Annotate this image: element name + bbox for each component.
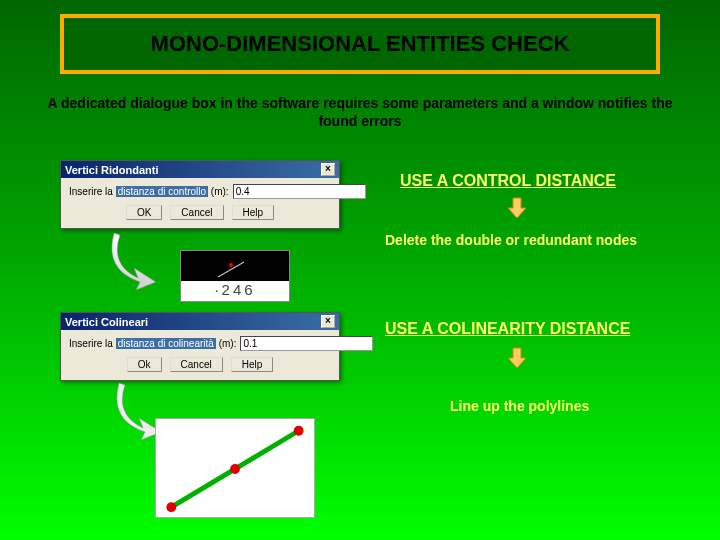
intro-text: A dedicated dialogue box in the software… [40,94,680,130]
map-scale-label: ·246 [181,281,289,301]
svg-point-3 [294,426,304,436]
dialog1-label-suffix: (m): [211,186,229,197]
close-icon[interactable]: × [321,315,335,328]
close-icon[interactable]: × [321,163,335,176]
dialog2-title: Vertici Colineari [65,316,148,328]
help-button[interactable]: Help [231,357,274,372]
dialog-collinear-vertices: Vertici Colineari × Inserire la distanza… [60,312,340,381]
down-arrow-icon [508,346,526,370]
dialog2-titlebar: Vertici Colineari × [61,313,339,330]
slide-title: MONO-DIMENSIONAL ENTITIES CHECK [151,31,570,57]
cancel-button[interactable]: Cancel [170,357,223,372]
dialog2-label-prefix: Inserire la [69,338,113,349]
slide-title-box: MONO-DIMENSIONAL ENTITIES CHECK [60,14,660,74]
dialog2-label-suffix: (m): [219,338,237,349]
dialog1-title: Vertici Ridondanti [65,164,159,176]
section2-desc: Line up the polylines [450,398,589,414]
control-distance-input[interactable] [233,184,366,199]
section1-heading: USE A CONTROL DISTANCE [400,172,616,190]
dialog2-label-hl: distanza di colinearità [116,338,216,349]
polyline-diagram [155,418,315,518]
dialog1-label-hl: distanza di controllo [116,186,208,197]
svg-point-1 [166,502,176,512]
map-preview: ·246 [180,250,290,302]
dialog1-label: Inserire la distanza di controllo (m): [69,186,229,197]
dialog-redundant-vertices: Vertici Ridondanti × Inserire la distanz… [60,160,340,229]
section2-heading: USE A COLINEARITY DISTANCE [385,320,630,338]
map-node-icon [229,263,233,267]
dialog1-titlebar: Vertici Ridondanti × [61,161,339,178]
dialog1-label-prefix: Inserire la [69,186,113,197]
svg-point-2 [230,464,240,474]
ok-button[interactable]: Ok [127,357,162,372]
cancel-button[interactable]: Cancel [170,205,223,220]
help-button[interactable]: Help [232,205,275,220]
section1-desc: Delete the double or redundant nodes [385,232,637,248]
ok-button[interactable]: OK [126,205,162,220]
down-arrow-icon [508,196,526,220]
dialog2-label: Inserire la distanza di colinearità (m): [69,338,236,349]
curve-arrow-icon [110,230,160,290]
colinearity-distance-input[interactable] [240,336,373,351]
